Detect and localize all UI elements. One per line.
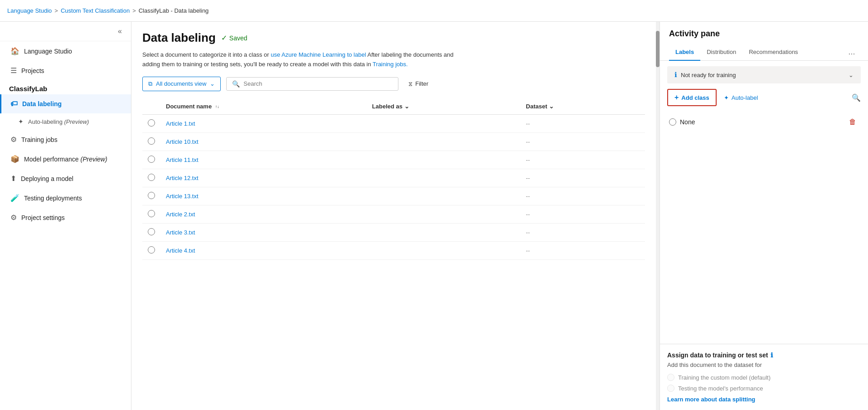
dropdown-chevron-icon: ⌄ [210, 80, 215, 87]
scrollbar-thumb[interactable] [656, 31, 659, 67]
row-labeled-as [367, 205, 521, 223]
row-document-name: Article 4.txt [160, 241, 367, 259]
document-link[interactable]: Article 3.txt [166, 229, 195, 236]
all-documents-view-button[interactable]: ⧉ All documents view ⌄ [142, 77, 221, 91]
saved-text: Saved [229, 34, 247, 42]
sidebar-deploying-model-label: Deploying a model [21, 175, 73, 182]
breadcrumb-language-studio[interactable]: Language Studio [7, 7, 52, 14]
training-jobs-icon: ⚙ [10, 135, 17, 144]
row-labeled-as [367, 132, 521, 151]
sidebar-item-auto-labeling[interactable]: ✦ Auto-labeling (Preview) [0, 113, 131, 130]
sidebar-item-data-labeling[interactable]: 🏷 Data labeling [0, 94, 131, 113]
assign-desc: Add this document to the dataset for [667, 361, 861, 368]
project-settings-icon: ⚙ [10, 213, 17, 222]
sidebar-data-labeling-label: Data labeling [22, 100, 62, 107]
col-dataset[interactable]: Dataset ⌄ [520, 98, 645, 115]
row-select-radio[interactable] [148, 228, 155, 235]
document-link[interactable]: Article 11.txt [166, 156, 199, 163]
activity-search-button[interactable]: 🔍 [852, 93, 861, 102]
description-part1: Select a document to categorize it into … [142, 51, 271, 58]
row-document-name: Article 13.txt [160, 187, 367, 205]
labeled-as-chevron: ⌄ [404, 103, 409, 110]
table-row: Article 4.txt -- [142, 241, 645, 259]
sidebar-project-name: ClassifyLab [0, 80, 131, 94]
col-document-name[interactable]: Document name ↑↓ [160, 98, 367, 115]
document-link[interactable]: Article 13.txt [166, 193, 199, 200]
document-link[interactable]: Article 12.txt [166, 175, 199, 181]
tab-recommendations[interactable]: Recommendations [742, 44, 804, 61]
breadcrumb-custom-text[interactable]: Custom Text Classification [61, 7, 130, 14]
row-dataset: -- [520, 151, 645, 169]
row-document-name: Article 11.txt [160, 151, 367, 169]
assign-training-radio[interactable] [667, 374, 674, 381]
row-select-radio[interactable] [148, 174, 155, 181]
row-labeled-as [367, 114, 521, 132]
sidebar-item-language-studio[interactable]: 🏠 Language Studio [0, 41, 131, 61]
delete-none-button[interactable]: 🗑 [846, 117, 859, 127]
row-radio-cell [142, 241, 160, 259]
table-row: Article 3.txt -- [142, 223, 645, 241]
row-dataset: -- [520, 132, 645, 151]
sidebar-training-jobs-label: Training jobs [21, 136, 58, 143]
document-link[interactable]: Article 4.txt [166, 247, 195, 254]
row-select-radio[interactable] [148, 192, 155, 199]
col-labeled-as[interactable]: Labeled as ⌄ [367, 98, 521, 115]
sidebar-item-projects[interactable]: ☰ Projects [0, 61, 131, 80]
breadcrumb: Language Studio > Custom Text Classifica… [7, 7, 209, 14]
filter-label: Filter [415, 80, 428, 87]
row-document-name: Article 12.txt [160, 169, 367, 187]
learn-more-link[interactable]: Learn more about data splitting [667, 396, 755, 403]
sidebar-item-project-settings[interactable]: ⚙ Project settings [0, 208, 131, 227]
sidebar-item-testing-deployments[interactable]: 🧪 Testing deployments [0, 188, 131, 208]
assign-option-testing-label: Testing the model's performance [678, 385, 763, 392]
filter-icon: ⧖ [408, 80, 412, 88]
row-select-radio[interactable] [148, 156, 155, 163]
table-row: Article 2.txt -- [142, 205, 645, 223]
row-select-radio[interactable] [148, 210, 155, 217]
row-labeled-as [367, 151, 521, 169]
dataset-chevron: ⌄ [549, 103, 554, 110]
tab-distribution[interactable]: Distribution [700, 44, 742, 61]
table-row: Article 13.txt -- [142, 187, 645, 205]
breadcrumb-current: ClassifyLab - Data labeling [139, 7, 209, 14]
auto-label-button[interactable]: ✦ Auto-label [724, 94, 758, 101]
sidebar-collapse-button[interactable]: « [114, 25, 126, 37]
training-jobs-link[interactable]: Training jobs. [373, 61, 408, 68]
filter-button[interactable]: ⧖ Filter [404, 77, 433, 91]
search-input[interactable] [243, 80, 393, 87]
sort-icons: ↑↓ [215, 104, 219, 109]
document-link[interactable]: Article 2.txt [166, 211, 195, 218]
row-radio-cell [142, 169, 160, 187]
content-header: Data labeling ✓ Saved Select a document … [131, 22, 656, 77]
document-link[interactable]: Article 1.txt [166, 120, 195, 127]
sidebar-auto-labeling-label: Auto-labeling (Preview) [28, 118, 89, 125]
add-class-button[interactable]: + Add class [667, 89, 717, 106]
tab-labels[interactable]: Labels [669, 44, 700, 61]
sidebar-item-training-jobs[interactable]: ⚙ Training jobs [0, 130, 131, 149]
row-radio-cell [142, 223, 160, 241]
none-radio[interactable] [669, 118, 676, 126]
table-container: Document name ↑↓ Labeled as ⌄ Dataset ⌄ [131, 98, 656, 410]
auto-labeling-icon: ✦ [18, 118, 24, 125]
row-select-radio[interactable] [148, 246, 155, 254]
document-link[interactable]: Article 10.txt [166, 138, 199, 145]
row-select-radio[interactable] [148, 137, 155, 145]
table-row: Article 12.txt -- [142, 169, 645, 187]
activity-more-button[interactable]: … [844, 44, 859, 60]
sidebar-item-deploying-model[interactable]: ⬆ Deploying a model [0, 169, 131, 188]
sidebar-item-model-performance[interactable]: 📦 Model performance (Preview) [0, 149, 131, 169]
sidebar-model-performance-label: Model performance (Preview) [24, 156, 107, 163]
row-select-radio[interactable] [148, 119, 155, 127]
none-option: None 🗑 [667, 113, 861, 131]
assign-testing-radio[interactable] [667, 385, 674, 392]
top-bar: Language Studio > Custom Text Classifica… [0, 0, 868, 22]
col-select [142, 98, 160, 115]
activity-pane-title: Activity pane [660, 22, 868, 39]
not-ready-chevron[interactable]: ⌄ [849, 72, 853, 78]
azure-ml-link[interactable]: use Azure Machine Learning to label [271, 51, 366, 58]
activity-tabs: Labels Distribution Recommendations … [660, 44, 868, 61]
dataset-value: -- [526, 138, 530, 145]
breadcrumb-sep1: > [54, 7, 58, 14]
dataset-value: -- [526, 120, 530, 127]
info-icon: ℹ [674, 71, 677, 79]
